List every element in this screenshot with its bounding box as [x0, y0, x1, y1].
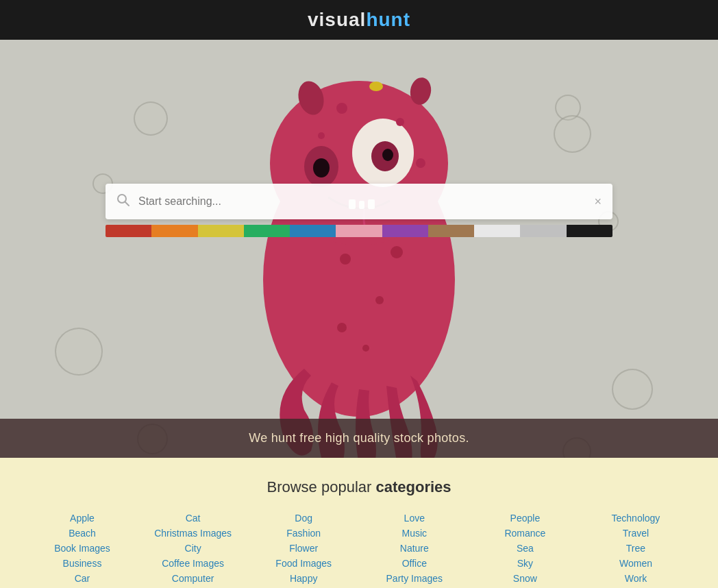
category-link-romance[interactable]: Romance [484, 528, 566, 539]
svg-point-9 [318, 132, 325, 139]
svg-point-17 [340, 254, 351, 265]
category-link-computer[interactable]: Computer [152, 573, 234, 584]
hero-section: × We hunt free high quality stock photos… [0, 40, 718, 458]
category-column-1: CatChristmas ImagesCityCoffee ImagesComp… [152, 513, 234, 584]
categories-grid: AppleBeachBook ImagesBusinessCarCatChris… [41, 513, 677, 584]
category-link-happy[interactable]: Happy [262, 573, 345, 584]
category-link-business[interactable]: Business [41, 558, 123, 569]
color-swatch-green[interactable] [244, 225, 290, 237]
category-link-people[interactable]: People [484, 513, 566, 524]
color-swatch-red[interactable] [106, 225, 151, 237]
svg-point-21 [362, 345, 369, 352]
bubble-decoration [55, 328, 103, 376]
color-swatch-brown[interactable] [428, 225, 474, 237]
color-swatch-purple[interactable] [382, 225, 428, 237]
svg-point-20 [391, 246, 403, 258]
category-link-snow[interactable]: Snow [484, 573, 566, 584]
svg-point-8 [396, 118, 404, 126]
svg-point-6 [313, 158, 330, 177]
category-column-5: TechnologyTravelTreeWomenWork [595, 513, 677, 584]
category-link-coffee-images[interactable]: Coffee Images [152, 558, 234, 569]
category-link-fashion[interactable]: Fashion [262, 528, 345, 539]
svg-point-22 [118, 195, 126, 203]
category-link-women[interactable]: Women [595, 558, 677, 569]
search-icon [116, 193, 130, 210]
category-link-car[interactable]: Car [41, 573, 123, 584]
category-link-love[interactable]: Love [373, 513, 456, 524]
color-swatch-lightgray[interactable] [520, 225, 566, 237]
svg-point-16 [369, 82, 383, 91]
search-bar: × [106, 184, 612, 219]
svg-point-19 [337, 323, 347, 332]
categories-section: Browse popular categories AppleBeachBook… [0, 458, 718, 588]
category-link-beach[interactable]: Beach [41, 528, 123, 539]
bubble-decoration [612, 369, 653, 410]
svg-point-5 [382, 149, 393, 161]
color-swatch-yellow[interactable] [198, 225, 244, 237]
search-container: × [106, 184, 612, 237]
search-input[interactable] [138, 195, 594, 208]
category-column-4: PeopleRomanceSeaSkySnow [484, 513, 566, 584]
site-logo[interactable]: visualhunt [308, 9, 410, 31]
category-link-christmas-images[interactable]: Christmas Images [152, 528, 234, 539]
search-clear-button[interactable]: × [594, 195, 602, 209]
color-swatch-pink[interactable] [336, 225, 382, 237]
color-swatch-orange[interactable] [151, 225, 197, 237]
category-link-music[interactable]: Music [373, 528, 456, 539]
category-link-flower[interactable]: Flower [262, 543, 345, 554]
category-link-city[interactable]: City [152, 543, 234, 554]
category-link-cat[interactable]: Cat [152, 513, 234, 524]
svg-point-18 [375, 296, 384, 304]
category-link-dog[interactable]: Dog [262, 513, 345, 524]
site-header: visualhunt [0, 0, 718, 40]
category-link-food-images[interactable]: Food Images [262, 558, 345, 569]
category-link-sea[interactable]: Sea [484, 543, 566, 554]
color-swatch-white[interactable] [474, 225, 520, 237]
logo-hunt: hunt [366, 9, 410, 30]
categories-title-bold: categories [375, 478, 451, 495]
color-filter-bar [106, 225, 612, 237]
categories-title: Browse popular categories [41, 478, 677, 496]
bubble-decoration [134, 101, 168, 136]
category-link-travel[interactable]: Travel [595, 528, 677, 539]
category-column-2: DogFashionFlowerFood ImagesHappy [262, 513, 345, 584]
category-link-apple[interactable]: Apple [41, 513, 123, 524]
bubble-decoration [554, 115, 591, 153]
category-link-technology[interactable]: Technology [595, 513, 677, 524]
category-link-book-images[interactable]: Book Images [41, 543, 123, 554]
category-column-0: AppleBeachBook ImagesBusinessCar [41, 513, 123, 584]
logo-visual: visual [308, 9, 366, 30]
tagline-banner: We hunt free high quality stock photos. [0, 419, 718, 458]
categories-title-normal: Browse popular [267, 478, 371, 495]
category-link-sky[interactable]: Sky [484, 558, 566, 569]
category-link-work[interactable]: Work [595, 573, 677, 584]
category-link-office[interactable]: Office [373, 558, 456, 569]
color-swatch-black[interactable] [567, 225, 612, 237]
category-column-3: LoveMusicNatureOfficeParty Images [373, 513, 456, 584]
svg-line-23 [125, 202, 129, 206]
color-swatch-blue[interactable] [290, 225, 336, 237]
svg-point-7 [336, 103, 347, 114]
hero-illustration [215, 40, 503, 458]
category-link-nature[interactable]: Nature [373, 543, 456, 554]
category-link-tree[interactable]: Tree [595, 543, 677, 554]
category-link-party-images[interactable]: Party Images [373, 573, 456, 584]
tagline-text: We hunt free high quality stock photos. [249, 431, 469, 445]
svg-point-10 [416, 158, 425, 168]
